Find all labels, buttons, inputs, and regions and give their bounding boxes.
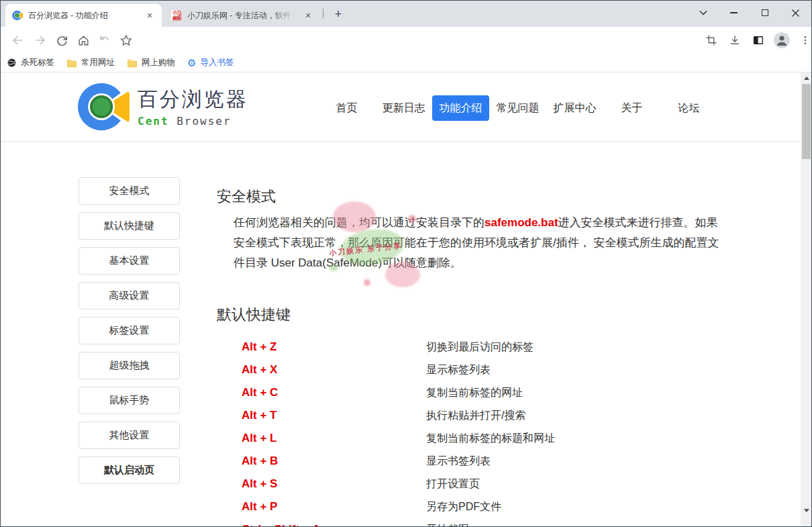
tab-separator <box>323 9 323 18</box>
cent-browser-favicon-icon <box>12 10 23 21</box>
sidebar-other-settings[interactable]: 其他设置 <box>79 422 180 449</box>
shortcut-row: Alt + X显示标签列表 <box>217 358 728 381</box>
logo-text: 百分浏览器 Cent Browser <box>138 86 248 128</box>
main-article: 安全模式 任何浏览器相关的问题，均可以通过安装目录下的safemode.bat进… <box>217 177 728 527</box>
xiaodao-favicon-icon: 小刀娱乐 <box>171 10 182 21</box>
shortcut-row: Alt + C复制当前标签的网址 <box>217 381 728 404</box>
site-nav: 首页 更新日志 功能介绍 常见问题 扩展中心 关于 论坛 <box>318 95 717 121</box>
gear-icon: ⚙ <box>187 58 196 68</box>
sidebar-default-shortcuts[interactable]: 默认快捷键 <box>79 212 180 240</box>
shortcut-row: Alt + P另存为PDF文件 <box>217 495 728 518</box>
sidebar-safe-mode[interactable]: 安全模式 <box>79 177 180 205</box>
cent-browser-logo-icon <box>77 81 130 133</box>
shortcut-row: Alt + S打开设置页 <box>217 473 728 495</box>
tab-title: 百分浏览器 - 功能介绍 <box>28 10 140 21</box>
home-button[interactable] <box>74 31 93 50</box>
minimize-button[interactable] <box>722 0 745 26</box>
navigation-toolbar: https://www.centbrowser.cn/features.html <box>0 27 812 54</box>
bookmark-import[interactable]: ⚙ 导入书签 <box>187 57 234 68</box>
logo-title: 百分浏览器 <box>138 86 248 113</box>
close-window-button[interactable] <box>784 0 807 26</box>
forward-button[interactable] <box>31 31 50 50</box>
site-header: 百分浏览器 Cent Browser 首页 更新日志 功能介绍 常见问题 扩展中… <box>0 73 801 142</box>
feature-sidebar: 安全模式 默认快捷键 基本设置 高级设置 标签设置 超级拖拽 鼠标手势 其他设置… <box>79 177 180 491</box>
shortcut-row: Alt + L复制当前标签的标题和网址 <box>217 427 728 450</box>
browser-window: 百分浏览器 - 功能介绍 ✕ 小刀娱乐 小刀娱乐网 - 专注活动，软件， ✕ + <box>0 0 812 527</box>
safe-mode-paragraph: 任何浏览器相关的问题，均可以通过安装目录下的safemode.bat进入安全模式… <box>217 213 725 273</box>
bookmark-folder-shopping[interactable]: 网上购物 <box>127 57 175 68</box>
sidebar-basic-settings[interactable]: 基本设置 <box>79 247 180 275</box>
sidebar-tab-settings[interactable]: 标签设置 <box>79 317 180 344</box>
avatar[interactable] <box>772 31 791 50</box>
nav-about[interactable]: 关于 <box>603 101 660 115</box>
tab-close-icon[interactable]: ✕ <box>303 10 313 21</box>
shortcut-row: Alt + B显示书签列表 <box>217 450 728 473</box>
new-tab-button[interactable]: + <box>329 5 347 23</box>
shortcut-row: Ctrl + Shift + A开始截图 <box>217 518 728 527</box>
shortcuts-heading: 默认快捷键 <box>217 305 728 325</box>
scrollbar-thumb[interactable] <box>802 84 811 159</box>
nav-forum[interactable]: 论坛 <box>660 101 717 115</box>
safemode-bat-highlight: safemode.bat <box>485 216 558 229</box>
restore-tab-button[interactable] <box>95 31 114 50</box>
shortcut-row: Alt + T执行粘贴并打开/搜索 <box>217 404 728 427</box>
nav-home[interactable]: 首页 <box>318 101 375 115</box>
bookmark-kill-tab[interactable]: 杀死标签 <box>7 57 54 68</box>
shortcut-row: Alt + Z切换到最后访问的标签 <box>217 336 728 358</box>
menu-dots-icon[interactable] <box>796 31 812 50</box>
shortcuts-list: Alt + Z切换到最后访问的标签 Alt + X显示标签列表 Alt + C复… <box>217 336 728 527</box>
tab-strip: 百分浏览器 - 功能介绍 ✕ 小刀娱乐 小刀娱乐网 - 专注活动，软件， ✕ + <box>0 0 812 27</box>
scroll-down-arrow-icon[interactable] <box>804 509 809 512</box>
logo-subtitle: Cent Browser <box>138 115 248 128</box>
nav-features[interactable]: 功能介绍 <box>432 95 489 121</box>
tab-title: 小刀娱乐网 - 专注活动，软件， <box>187 10 299 21</box>
scroll-up-arrow-icon[interactable] <box>804 77 809 80</box>
vertical-scrollbar[interactable] <box>801 73 812 527</box>
nav-extensions[interactable]: 扩展中心 <box>546 101 603 115</box>
tab-cent-browser[interactable]: 百分浏览器 - 功能介绍 ✕ <box>5 4 162 27</box>
safe-mode-heading: 安全模式 <box>217 187 728 207</box>
folder-icon <box>66 58 77 68</box>
bookmark-folder-common-sites[interactable]: 常用网址 <box>66 57 115 68</box>
maximize-button[interactable] <box>754 0 776 26</box>
sidebar-super-drag[interactable]: 超级拖拽 <box>79 352 180 379</box>
bookmark-all-star-icon[interactable] <box>117 31 136 50</box>
tab-xiaodao[interactable]: 小刀娱乐 小刀娱乐网 - 专注活动，软件， ✕ <box>164 4 320 27</box>
site-logo[interactable]: 百分浏览器 Cent Browser <box>77 81 248 133</box>
tab-search-chevron-icon[interactable] <box>692 0 715 26</box>
sidebar-advanced-settings[interactable]: 高级设置 <box>79 282 180 309</box>
nav-changelog[interactable]: 更新日志 <box>375 101 432 115</box>
folder-icon <box>127 58 138 68</box>
screenshot-crop-icon[interactable] <box>702 31 721 50</box>
back-button[interactable] <box>8 31 27 50</box>
nav-faq[interactable]: 常见问题 <box>489 101 546 115</box>
globe-icon <box>7 58 17 68</box>
tab-close-icon[interactable]: ✕ <box>144 10 155 21</box>
side-panel-icon[interactable] <box>749 31 768 50</box>
reload-button[interactable] <box>52 31 71 50</box>
download-icon[interactable] <box>725 31 744 50</box>
sidebar-default-startup[interactable]: 默认启动页 <box>79 457 180 484</box>
bookmarks-bar: 杀死标签 常用网址 网上购物 ⚙ 导入书签 <box>0 54 812 73</box>
page-content: 百分浏览器 Cent Browser 首页 更新日志 功能介绍 常见问题 扩展中… <box>0 73 801 527</box>
sidebar-mouse-gesture[interactable]: 鼠标手势 <box>79 387 180 414</box>
